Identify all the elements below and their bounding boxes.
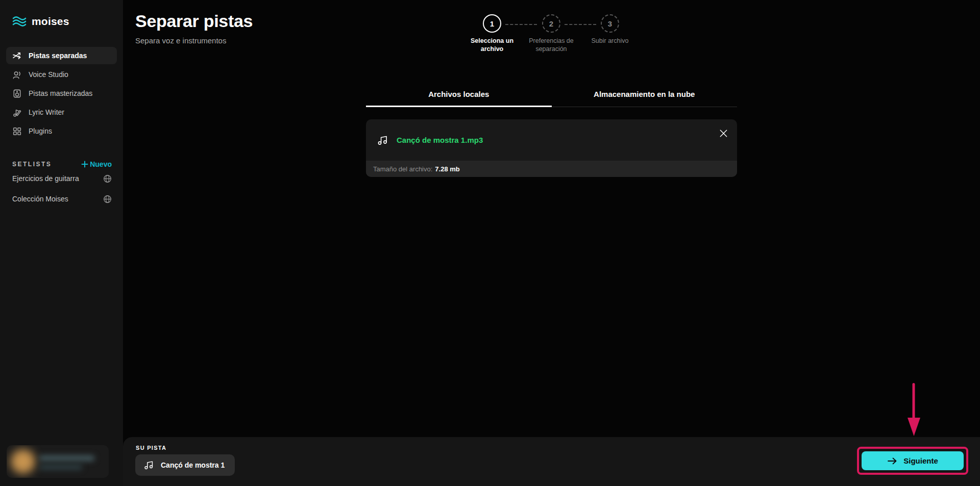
sidebar-nav: Pistas separadas Voice Studio Pistas m <box>0 47 123 140</box>
tab-cloud-storage[interactable]: Almacenamiento en la nube <box>552 82 738 107</box>
sidebar-item-voice-studio[interactable]: Voice Studio <box>6 66 117 83</box>
plugins-icon <box>12 126 22 136</box>
setlist-item-label: Colección Moises <box>12 195 68 203</box>
sidebar-item-label: Pistas separadas <box>29 52 87 60</box>
music-note-icon <box>376 134 388 146</box>
file-name: Cançó de mostra 1.mp3 <box>397 136 483 144</box>
page-header: Separar pistas Separa voz e instrumentos <box>135 11 253 45</box>
page-subtitle: Separa voz e instrumentos <box>135 36 253 45</box>
user-name-blurred <box>39 455 94 461</box>
sidebar-item-label: Pistas masterizadas <box>29 89 92 97</box>
file-size-label: Tamaño del archivo: <box>373 165 432 173</box>
lyric-writer-icon <box>12 108 22 117</box>
voice-studio-icon <box>12 70 22 80</box>
setlists-title: SETLISTS <box>12 161 52 168</box>
brand-name: moises <box>32 15 69 28</box>
next-button-label: Siguiente <box>903 456 938 465</box>
avatar <box>11 449 35 474</box>
page-title: Separar pistas <box>135 11 253 31</box>
globe-icon <box>103 195 112 203</box>
step-number: 1 <box>483 14 501 33</box>
new-setlist-button[interactable]: Nuevo <box>81 160 112 168</box>
tab-label: Almacenamiento en la nube <box>594 90 695 98</box>
selected-file-card: Cançó de mostra 1.mp3 Tamaño del archivo… <box>366 119 737 177</box>
annotation-arrow-icon <box>904 383 924 438</box>
track-name: Cançó de mostra 1 <box>161 461 225 469</box>
step-number: 3 <box>601 14 619 33</box>
file-card-main: Cançó de mostra 1.mp3 <box>366 119 737 161</box>
step-number: 2 <box>542 14 560 33</box>
music-note-icon <box>143 459 154 471</box>
new-setlist-label: Nuevo <box>90 160 112 168</box>
setlist-item-ejercicios[interactable]: Ejercicios de guitarra <box>12 168 112 189</box>
setlists-header: SETLISTS Nuevo <box>12 160 112 168</box>
arrow-right-icon <box>887 457 897 465</box>
sidebar-item-pistas-separadas[interactable]: Pistas separadas <box>6 47 117 64</box>
tab-local-files[interactable]: Archivos locales <box>366 82 552 107</box>
track-chip: Cançó de mostra 1 <box>135 454 235 476</box>
tab-label: Archivos locales <box>428 90 489 98</box>
brand: moises <box>0 0 123 28</box>
user-plan-blurred <box>39 465 82 470</box>
sidebar-item-plugins[interactable]: Plugins <box>6 122 117 140</box>
upload-stepper: 1 Selecciona un archivo 2 Preferencias d… <box>454 14 690 67</box>
source-tabs: Archivos locales Almacenamiento en la nu… <box>366 82 737 107</box>
setlist-item-label: Ejercicios de guitarra <box>12 174 79 183</box>
step-upload-file: 3 Subir archivo <box>572 14 648 45</box>
file-size-row: Tamaño del archivo: 7.28 mb <box>366 161 737 177</box>
globe-icon <box>103 174 112 183</box>
your-track-label: SU PISTA <box>136 445 166 451</box>
annotation-highlight: Siguiente <box>857 447 968 475</box>
mastered-tracks-icon <box>12 89 22 98</box>
file-size-value: 7.28 mb <box>435 165 459 173</box>
sidebar-item-pistas-masterizadas[interactable]: Pistas masterizadas <box>6 85 117 102</box>
sidebar: moises Pistas separadas Voice Studio <box>0 0 123 486</box>
sidebar-item-label: Lyric Writer <box>29 108 64 116</box>
plus-icon <box>81 161 88 168</box>
user-profile[interactable] <box>7 445 109 478</box>
bottom-bar: SU PISTA Cançó de mostra 1 Siguiente <box>123 437 980 486</box>
upload-section: Archivos locales Almacenamiento en la nu… <box>366 82 737 177</box>
step-label: Subir archivo <box>579 37 641 45</box>
sidebar-item-label: Plugins <box>29 127 52 135</box>
moises-logo-icon <box>12 16 27 27</box>
next-button[interactable]: Siguiente <box>862 451 964 470</box>
setlist-item-coleccion[interactable]: Colección Moises <box>12 189 112 209</box>
sidebar-item-lyric-writer[interactable]: Lyric Writer <box>6 104 117 121</box>
split-tracks-icon <box>12 51 22 61</box>
sidebar-item-label: Voice Studio <box>29 70 68 79</box>
close-icon[interactable] <box>717 126 730 140</box>
